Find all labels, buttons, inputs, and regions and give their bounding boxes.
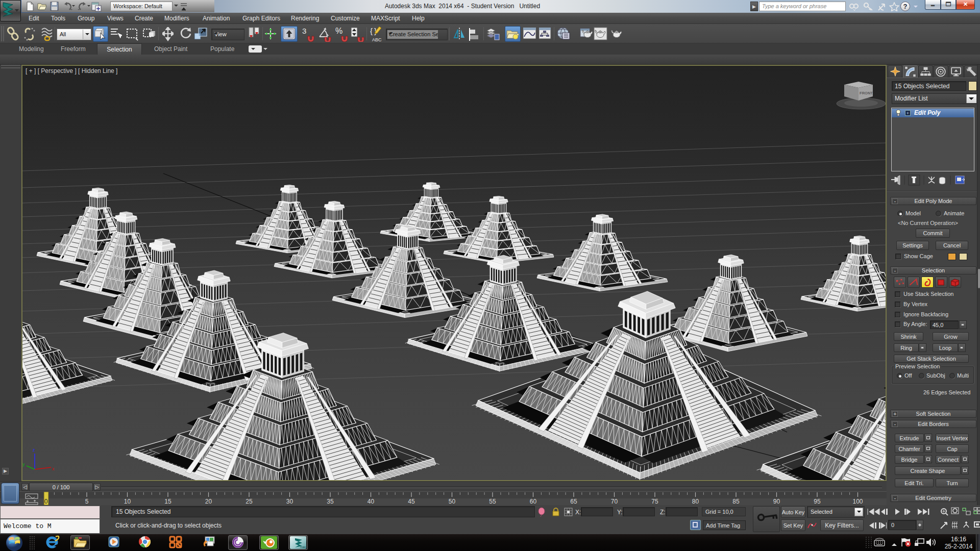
svg-text:90: 90 <box>773 498 780 505</box>
svg-text:20: 20 <box>205 498 212 505</box>
svg-text:z: z <box>33 447 35 453</box>
svg-text:55: 55 <box>489 498 496 505</box>
svg-text:40: 40 <box>368 498 375 505</box>
svg-text:65: 65 <box>570 498 577 505</box>
svg-text:35: 35 <box>327 498 334 505</box>
svg-text:FRONT: FRONT <box>860 91 873 95</box>
svg-text:100: 100 <box>852 498 863 505</box>
svg-text:80: 80 <box>692 498 699 505</box>
svg-text:25: 25 <box>246 498 253 505</box>
svg-text:70: 70 <box>611 498 618 505</box>
svg-text:y: y <box>22 462 25 467</box>
svg-text:%: % <box>335 27 342 35</box>
svg-text:x: x <box>52 466 55 471</box>
svg-text:10: 10 <box>124 498 131 505</box>
svg-text:[ + ] [ Perspective ] [ Hidden: [ + ] [ Perspective ] [ Hidden Line ] <box>26 67 117 74</box>
svg-text:50: 50 <box>449 498 456 505</box>
svg-text:3: 3 <box>302 27 306 35</box>
svg-text:60: 60 <box>530 498 537 505</box>
svg-text:15: 15 <box>164 498 172 505</box>
svg-text:95: 95 <box>814 498 821 505</box>
svg-text:ABC: ABC <box>372 37 382 42</box>
svg-text:85: 85 <box>732 498 740 505</box>
svg-text:5: 5 <box>85 498 89 505</box>
svg-text:75: 75 <box>651 498 658 505</box>
svg-text:0: 0 <box>44 498 48 505</box>
svg-text:45: 45 <box>408 498 415 505</box>
svg-text:30: 30 <box>286 498 293 505</box>
svg-text:max: max <box>300 545 306 548</box>
